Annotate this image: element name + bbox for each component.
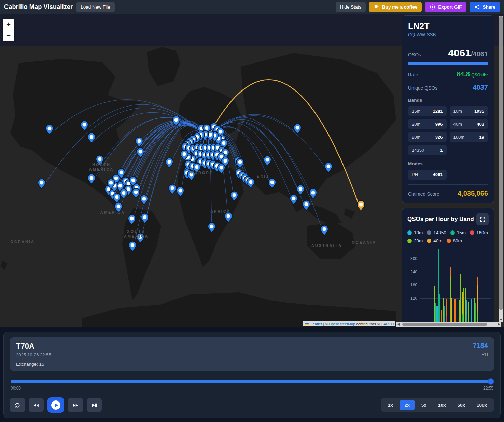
modes-heading: Modes [408, 161, 488, 166]
loop-button[interactable] [10, 398, 25, 412]
modes-grid: PH4061 [408, 170, 488, 180]
chart-bar-10m-h11 [436, 306, 437, 322]
unique-qsos-label: Unique QSOs [408, 85, 437, 91]
claimed-score-value: 4,035,066 [458, 189, 488, 197]
station-callsign: LN2T [408, 21, 488, 31]
timeline-slider-thumb[interactable] [488, 378, 494, 385]
chart-bar-15m-h10 [435, 303, 436, 322]
carto-link[interactable]: CARTO [381, 322, 394, 326]
chart-bar-20m-h36 [474, 298, 475, 322]
chart-bar-15m-h12 [438, 249, 439, 322]
hide-stats-button[interactable]: Hide Stats [336, 2, 366, 12]
legend-dot [450, 230, 455, 235]
band-chip-40m: 40m403 [450, 119, 488, 129]
legend-dot [427, 230, 431, 235]
share-button[interactable]: Share [470, 2, 500, 12]
band-chip-160m: 160m19 [450, 132, 488, 142]
legend-item-10m[interactable]: 10m [407, 230, 423, 235]
chart-bar-40m-h28 [462, 292, 463, 314]
sidebar-vertical-scrollbar[interactable] [499, 16, 503, 322]
chart-bar-80m-h38 [477, 277, 478, 285]
chart-bar-15m-h16 [444, 306, 445, 322]
chart-bar-15m-h13 [439, 294, 440, 322]
leaflet-link[interactable]: Leaflet [311, 322, 322, 326]
chart-ytick-label: 180 [407, 283, 417, 287]
play-button[interactable] [47, 397, 64, 413]
coffee-icon [374, 4, 379, 10]
chart-ytick-label: 120 [407, 296, 417, 301]
fast-forward-icon [72, 402, 79, 408]
chart-bar-20m-h9 [434, 286, 435, 322]
stats-sidebar: LN2T CQ-WW-SSB QSOs 4061/4061 Rate 84.8 … [402, 15, 494, 322]
chart-gridline [420, 285, 491, 285]
rate-value: 84.8 [457, 70, 470, 78]
rewind-icon [33, 402, 39, 408]
chart-title: QSOs per Hour by Band [407, 216, 474, 223]
claimed-score-label: Claimed Score [408, 191, 439, 197]
chart-gridline [420, 272, 491, 272]
export-gif-button[interactable]: Export GIF [425, 2, 466, 12]
load-new-file-button[interactable]: Load New File [76, 2, 114, 12]
speed-1x-button[interactable]: 1x [383, 400, 398, 410]
chart-bar-160m-h17 [446, 316, 447, 322]
band-chip-10m: 10m1035 [450, 106, 488, 116]
horizontal-scrollbar-thumb[interactable] [402, 323, 487, 326]
bands-heading: Bands [408, 98, 488, 103]
legend-item-160m[interactable]: 160m [470, 230, 488, 235]
bands-grid: 15m128110m103520m99640m40380m326160m1914… [408, 106, 488, 155]
chart-bar-20m-h20 [450, 276, 451, 322]
zoom-out-button[interactable]: − [3, 30, 14, 41]
legend-dot [407, 230, 412, 235]
scroll-right-icon[interactable] [498, 323, 500, 326]
map-zoom-control: + − [3, 19, 14, 41]
map-attribution: Leaflet | © OpenStreetMap contributors ©… [303, 321, 395, 326]
vertical-scrollbar-thumb[interactable] [499, 16, 503, 310]
legend-item-40m[interactable]: 40m [427, 238, 442, 243]
speed-100x-button[interactable]: 100x [472, 400, 492, 410]
legend-item-14350[interactable]: 14350 [427, 230, 446, 235]
chart-bar-20m-h26 [459, 300, 460, 322]
speed-5x-button[interactable]: 5x [416, 400, 432, 410]
chart-bar-80m-h20 [450, 267, 451, 276]
qsos-current: 4061 [448, 47, 471, 58]
band-chip-80m: 80m326 [408, 132, 447, 142]
timeline-slider[interactable] [11, 380, 493, 383]
speed-2x-button[interactable]: 2x [400, 400, 415, 410]
speed-50x-button[interactable]: 50x [452, 400, 470, 410]
speed-10x-button[interactable]: 10x [433, 400, 451, 410]
osm-link[interactable]: OpenStreetMap [329, 322, 355, 326]
download-icon [430, 4, 435, 10]
sidebar-horizontal-scrollbar[interactable] [396, 322, 501, 327]
divider [408, 42, 488, 42]
rate-label: Rate [408, 72, 418, 78]
legend-item-15m[interactable]: 15m [450, 230, 466, 235]
chart-bar-20m-h15 [443, 298, 444, 322]
chart-bar-20m-h29 [463, 288, 464, 322]
fast-forward-button[interactable] [68, 398, 83, 412]
chart-bar-20m-h27 [460, 274, 461, 322]
scroll-left-icon[interactable] [397, 323, 400, 326]
qsos-label: QSOs [408, 52, 421, 57]
legend-item-80m[interactable]: 80m [447, 238, 462, 243]
chart-bar-10m-h31 [466, 300, 467, 314]
buy-coffee-button[interactable]: Buy me a coffee [369, 2, 422, 12]
chart-bar-15m-h28 [462, 314, 463, 322]
chart-bar-20m-h30 [465, 288, 466, 322]
legend-item-20m[interactable]: 20m [407, 238, 423, 243]
rewind-button[interactable] [29, 398, 44, 412]
qso-callsign: T70A [16, 342, 51, 351]
chart-bar-15m-h31 [466, 314, 467, 322]
qso-rate-chart-panel: QSOs per Hour by Band 10m1435015m160m20m… [402, 208, 494, 322]
expand-chart-button[interactable] [476, 213, 489, 225]
share-icon [474, 4, 480, 10]
chart-ytick-label: 300 [407, 256, 417, 261]
skip-to-end-button[interactable] [87, 398, 102, 412]
zoom-in-button[interactable]: + [3, 19, 14, 30]
speed-selector: 1x2x5x10x50x100x [381, 398, 494, 412]
chart-gridline [420, 259, 491, 259]
divider [408, 184, 488, 185]
playback-panel: T70A 2025-10-26 22:55 Exchange: 15 7184 … [3, 332, 501, 418]
scroll-down-icon[interactable] [500, 319, 502, 321]
qso-exchange: Exchange: 15 [16, 362, 51, 367]
legend-dot [407, 239, 412, 243]
